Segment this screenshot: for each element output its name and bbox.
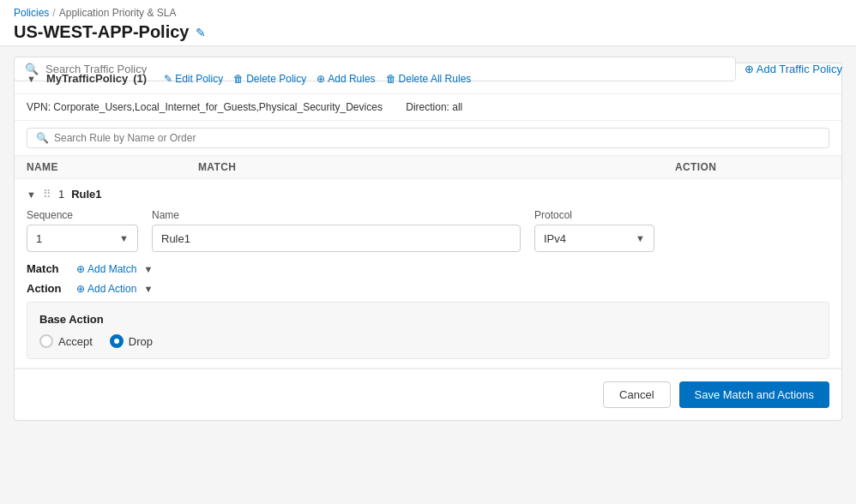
base-action-title: Base Action xyxy=(39,313,817,326)
add-match-button[interactable]: ⊕ Add Match xyxy=(76,263,136,275)
match-chevron-icon[interactable]: ▼ xyxy=(143,264,153,274)
match-row: Match ⊕ Add Match ▼ xyxy=(27,262,829,275)
radio-drop[interactable]: Drop xyxy=(110,334,153,348)
radio-accept[interactable]: Accept xyxy=(39,334,93,348)
col-name: NAME xyxy=(27,161,198,173)
breadcrumb-current: Application Priority & SLA xyxy=(59,7,177,19)
policy-count: (1) xyxy=(133,72,147,85)
page-title: US-WEST-APP-Policy xyxy=(14,22,189,42)
breadcrumb-separator: / xyxy=(52,7,55,19)
rule-drag-handle-icon[interactable]: ⠿ xyxy=(43,188,51,201)
base-action-radio-group: Accept Drop xyxy=(39,334,817,348)
base-action-section: Base Action Accept Drop xyxy=(27,302,829,359)
name-field-label: Name xyxy=(152,209,521,221)
policy-card: ▼ MyTrafficPolicy (1) ✎ Edit Policy 🗑 De… xyxy=(14,63,842,421)
vpn-value: Corporate_Users,Local_Internet_for_Guest… xyxy=(53,101,383,113)
rule-row: ▼ ⠿ 1 Rule1 Sequence 1 ▼ Name xyxy=(15,179,841,369)
delete-all-icon: 🗑 xyxy=(386,73,396,85)
footer-buttons: Cancel Save Match and Actions xyxy=(15,369,841,420)
breadcrumb-policies-link[interactable]: Policies xyxy=(14,7,49,19)
sequence-field-group: Sequence 1 ▼ xyxy=(27,209,138,252)
radio-accept-circle xyxy=(39,334,53,348)
rule-number: 1 xyxy=(58,188,64,201)
col-action: ACTION xyxy=(675,161,829,173)
delete-all-rules-button[interactable]: 🗑 Delete All Rules xyxy=(386,73,472,85)
protocol-label: Protocol xyxy=(534,209,654,221)
protocol-chevron-icon: ▼ xyxy=(636,233,645,243)
rule-name-display: Rule1 xyxy=(71,188,101,201)
rule-collapse-icon[interactable]: ▼ xyxy=(27,189,36,200)
radio-drop-circle xyxy=(110,334,124,348)
sequence-value: 1 xyxy=(36,232,119,245)
edit-policy-icon: ✎ xyxy=(164,73,172,85)
name-field-group: Name xyxy=(152,209,521,252)
edit-title-icon[interactable]: ✎ xyxy=(196,26,206,39)
protocol-field-group: Protocol IPv4 ▼ xyxy=(534,209,654,252)
save-match-actions-button[interactable]: Save Match and Actions xyxy=(679,381,829,408)
name-input[interactable] xyxy=(152,225,521,252)
col-match: MATCH xyxy=(198,161,675,173)
delete-policy-icon: 🗑 xyxy=(233,73,244,85)
radio-accept-label: Accept xyxy=(58,335,93,348)
protocol-value: IPv4 xyxy=(544,232,636,245)
policy-collapse-icon[interactable]: ▼ xyxy=(27,74,36,84)
match-label: Match xyxy=(27,262,69,275)
edit-policy-button[interactable]: ✎ Edit Policy xyxy=(164,73,223,85)
add-match-icon: ⊕ xyxy=(76,263,85,275)
rules-table-header: NAME MATCH ACTION xyxy=(15,156,841,179)
breadcrumb: Policies / Application Priority & SLA xyxy=(14,7,842,19)
sequence-select[interactable]: 1 ▼ xyxy=(27,225,138,252)
direction-value: all xyxy=(452,101,462,113)
rule-search-input[interactable] xyxy=(54,132,820,144)
add-traffic-policy-button[interactable]: ⊕ Add Traffic Policy xyxy=(744,63,842,75)
sequence-chevron-icon: ▼ xyxy=(119,233,129,243)
vpn-info: VPN: Corporate_Users,Local_Internet_for_… xyxy=(15,94,841,121)
sequence-label: Sequence xyxy=(27,209,138,221)
cancel-button[interactable]: Cancel xyxy=(603,381,670,408)
policy-name: MyTrafficPolicy xyxy=(46,72,128,85)
action-chevron-icon[interactable]: ▼ xyxy=(143,284,153,294)
add-action-icon: ⊕ xyxy=(76,283,85,295)
vpn-label: VPN: xyxy=(27,101,51,113)
policy-actions: ✎ Edit Policy 🗑 Delete Policy ⊕ Add Rule… xyxy=(164,73,471,85)
protocol-select[interactable]: IPv4 ▼ xyxy=(534,225,654,252)
rule-search-icon: 🔍 xyxy=(36,132,49,144)
delete-policy-button[interactable]: 🗑 Delete Policy xyxy=(233,73,306,85)
direction-label: Direction: xyxy=(406,101,449,113)
add-rules-icon: ⊕ xyxy=(316,73,325,85)
radio-drop-label: Drop xyxy=(129,335,153,348)
rule-search-row: 🔍 xyxy=(15,121,841,156)
action-row: Action ⊕ Add Action ▼ xyxy=(27,282,829,295)
add-action-button[interactable]: ⊕ Add Action xyxy=(76,283,136,295)
rule-fields: Sequence 1 ▼ Name Protocol IPv4 ▼ xyxy=(27,209,829,252)
add-rules-button[interactable]: ⊕ Add Rules xyxy=(316,73,375,85)
action-label: Action xyxy=(27,282,69,295)
